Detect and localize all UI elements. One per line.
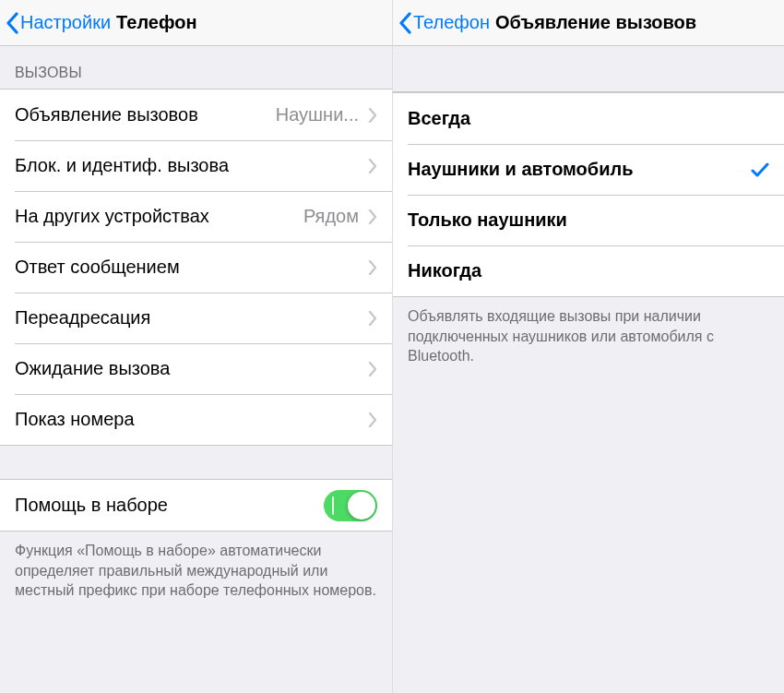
- chevron-right-icon: [368, 260, 377, 275]
- chevron-right-icon: [368, 412, 377, 427]
- row-detail: Наушни...: [276, 104, 359, 125]
- option-label: Всегда: [408, 108, 769, 129]
- switch-on-indicator-icon: [332, 496, 334, 515]
- option-label: Только наушники: [408, 209, 769, 231]
- announce-options-list: Всегда Наушники и автомобиль Только науш…: [393, 92, 784, 297]
- option-always[interactable]: Всегда: [393, 93, 784, 144]
- row-label: Ожидание вызова: [15, 358, 359, 379]
- section-spacer: [0, 446, 392, 479]
- chevron-right-icon: [368, 209, 377, 224]
- announce-calls-screen: Телефон Объявление вызовов Всегда Наушни…: [392, 0, 784, 693]
- row-label: Помощь в наборе: [15, 495, 324, 516]
- calls-list: Объявление вызовов Наушни... Блок. и иде…: [0, 89, 392, 446]
- chevron-right-icon: [368, 311, 377, 326]
- section-header-calls: Вызовы: [0, 46, 392, 89]
- row-label: Переадресация: [15, 307, 359, 329]
- option-headphones-only[interactable]: Только наушники: [393, 195, 784, 245]
- row-reply-message[interactable]: Ответ сообщением: [0, 242, 392, 293]
- page-title: Объявление вызовов: [495, 12, 696, 33]
- row-label: Ответ сообщением: [15, 257, 359, 278]
- row-forwarding[interactable]: Переадресация: [0, 293, 392, 343]
- row-show-number[interactable]: Показ номера: [0, 394, 392, 445]
- row-dial-assist[interactable]: Помощь в наборе: [0, 480, 392, 531]
- option-headphones-car[interactable]: Наушники и автомобиль: [393, 144, 784, 195]
- announce-footer: Объявлять входящие вызовы при наличии по…: [393, 297, 784, 381]
- chevron-right-icon: [368, 159, 377, 173]
- checkmark-icon: [751, 162, 769, 177]
- chevron-right-icon: [368, 108, 377, 123]
- row-call-waiting[interactable]: Ожидание вызова: [0, 343, 392, 394]
- phone-settings-screen: Настройки Телефон Вызовы Объявление вызо…: [0, 0, 392, 693]
- option-label: Никогда: [408, 260, 769, 281]
- navbar: Телефон Объявление вызовов: [393, 0, 784, 46]
- row-label: Объявление вызовов: [15, 104, 268, 125]
- back-button[interactable]: Телефон: [398, 12, 490, 34]
- assist-list: Помощь в наборе: [0, 479, 392, 532]
- row-other-devices[interactable]: На других устройствах Рядом: [0, 191, 392, 242]
- option-label: Наушники и автомобиль: [408, 159, 743, 180]
- section-spacer-top: [393, 46, 784, 92]
- back-chevron-icon: [398, 12, 411, 34]
- navbar: Настройки Телефон: [0, 0, 392, 46]
- row-announce-calls[interactable]: Объявление вызовов Наушни...: [0, 90, 392, 140]
- back-chevron-icon: [6, 12, 18, 34]
- back-label: Телефон: [413, 12, 490, 33]
- row-detail: Рядом: [303, 206, 359, 227]
- row-block-identify[interactable]: Блок. и идентиф. вызова: [0, 140, 392, 191]
- back-label: Настройки: [20, 12, 111, 33]
- row-label: На других устройствах: [15, 206, 296, 227]
- switch-knob: [348, 492, 375, 520]
- row-label: Блок. и идентиф. вызова: [15, 155, 359, 176]
- option-never[interactable]: Никогда: [393, 245, 784, 296]
- page-title: Телефон: [116, 12, 196, 33]
- row-label: Показ номера: [15, 409, 359, 430]
- dial-assist-footer: Функция «Помощь в наборе» автоматически …: [0, 532, 392, 615]
- dial-assist-toggle[interactable]: [324, 490, 377, 521]
- chevron-right-icon: [368, 362, 377, 376]
- back-button[interactable]: Настройки: [6, 12, 111, 34]
